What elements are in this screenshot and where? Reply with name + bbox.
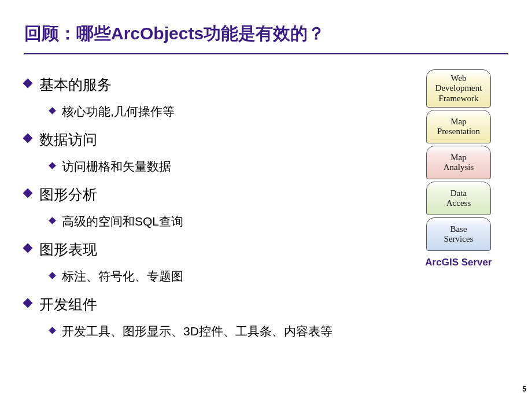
bullet-lvl1: 开发组件: [24, 295, 398, 314]
bullet-lvl1: 数据访问: [24, 130, 398, 149]
bullet-text: 开发组件: [39, 295, 97, 314]
bullet-lvl2: 核心功能,几何操作等: [50, 104, 398, 120]
stack-box-label: MapAnalysis: [444, 153, 474, 173]
bullet-lvl2: 高级的空间和SQL查询: [50, 213, 398, 230]
bullet-text: 基本的服务: [39, 75, 112, 94]
diamond-bullet-icon: [49, 217, 56, 224]
diamond-bullet-icon: [23, 243, 33, 253]
diamond-bullet-icon: [23, 189, 33, 198]
bullet-lvl2: 开发工具、图形显示、3D控件、工具条、内容表等: [50, 323, 398, 339]
bullet-text: 图形表现: [39, 240, 97, 259]
diamond-bullet-icon: [23, 298, 33, 308]
slide-title: 回顾：哪些ArcObjects功能是有效的？: [24, 23, 508, 50]
stack-box-label: BaseServices: [444, 224, 474, 245]
bullet-text: 开发工具、图形显示、3D控件、工具条、内容表等: [62, 323, 332, 339]
slide: 回顾：哪些ArcObjects功能是有效的？ 基本的服务 核心功能,几何操作等 …: [0, 0, 532, 399]
stack-caption: ArcGIS Server: [425, 257, 492, 268]
bullet-text: 高级的空间和SQL查询: [62, 213, 183, 230]
bullet-text: 数据访问: [39, 130, 97, 149]
architecture-stack: WebDevelopmentFramework MapPresentation …: [409, 65, 508, 339]
content-row: 基本的服务 核心功能,几何操作等 数据访问 访问栅格和矢量数据 图形分析 高级的…: [24, 65, 508, 339]
page-number: 5: [522, 385, 526, 393]
bullet-lvl1: 图形表现: [24, 240, 398, 259]
stack-box-data-access: DataAccess: [426, 182, 491, 215]
stack-box-web-dev-framework: WebDevelopmentFramework: [426, 69, 491, 108]
stack-box-label: MapPresentation: [437, 117, 480, 137]
diamond-bullet-icon: [49, 327, 56, 334]
bullet-lvl2: 访问栅格和矢量数据: [50, 158, 398, 175]
bullet-text: 核心功能,几何操作等: [62, 104, 175, 120]
bullet-list: 基本的服务 核心功能,几何操作等 数据访问 访问栅格和矢量数据 图形分析 高级的…: [24, 65, 409, 339]
diamond-bullet-icon: [49, 162, 56, 169]
stack-box-map-analysis: MapAnalysis: [426, 146, 491, 179]
bullet-text: 图形分析: [39, 185, 97, 204]
diamond-bullet-icon: [49, 272, 56, 279]
bullet-text: 访问栅格和矢量数据: [62, 158, 171, 175]
stack-box-base-services: BaseServices: [426, 217, 491, 251]
stack-box-label: DataAccess: [446, 189, 471, 209]
bullet-lvl1: 基本的服务: [24, 75, 398, 94]
bullet-lvl2: 标注、符号化、专题图: [50, 268, 398, 285]
diamond-bullet-icon: [23, 79, 33, 88]
bullet-lvl1: 图形分析: [24, 185, 398, 204]
stack-box-label: WebDevelopmentFramework: [435, 73, 482, 104]
title-underline: [24, 53, 508, 54]
diamond-bullet-icon: [23, 134, 33, 143]
bullet-text: 标注、符号化、专题图: [62, 268, 183, 285]
diamond-bullet-icon: [49, 107, 56, 114]
stack-box-map-presentation: MapPresentation: [426, 110, 491, 143]
